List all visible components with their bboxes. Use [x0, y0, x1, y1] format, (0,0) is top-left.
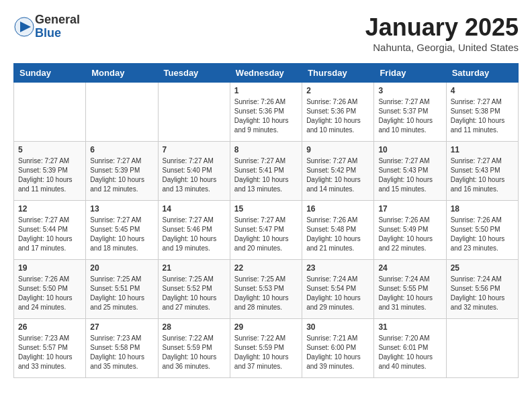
day-info: Sunrise: 7:25 AM Sunset: 5:53 PM Dayligh… — [234, 275, 298, 312]
location: Nahunta, Georgia, United States — [365, 42, 519, 53]
day-info: Sunrise: 7:26 AM Sunset: 5:49 PM Dayligh… — [378, 216, 441, 253]
table-row: 3Sunrise: 7:27 AM Sunset: 5:37 PM Daylig… — [374, 83, 446, 142]
table-row: 5Sunrise: 7:27 AM Sunset: 5:39 PM Daylig… — [14, 142, 86, 201]
calendar-week-row: 5Sunrise: 7:27 AM Sunset: 5:39 PM Daylig… — [14, 142, 519, 201]
table-row: 30Sunrise: 7:21 AM Sunset: 6:00 PM Dayli… — [302, 319, 374, 378]
table-row: 10Sunrise: 7:27 AM Sunset: 5:43 PM Dayli… — [374, 142, 446, 201]
day-info: Sunrise: 7:27 AM Sunset: 5:39 PM Dayligh… — [18, 156, 81, 194]
day-info: Sunrise: 7:27 AM Sunset: 5:43 PM Dayligh… — [378, 156, 441, 194]
table-row: 9Sunrise: 7:27 AM Sunset: 5:42 PM Daylig… — [302, 142, 374, 201]
day-info: Sunrise: 7:25 AM Sunset: 5:51 PM Dayligh… — [90, 275, 153, 312]
day-number: 5 — [18, 145, 81, 154]
day-number: 4 — [451, 86, 514, 95]
day-info: Sunrise: 7:27 AM Sunset: 5:39 PM Dayligh… — [90, 156, 153, 194]
header-saturday: Saturday — [446, 64, 518, 83]
table-row: 19Sunrise: 7:26 AM Sunset: 5:50 PM Dayli… — [14, 260, 86, 319]
day-number: 19 — [18, 263, 81, 273]
table-row: 18Sunrise: 7:26 AM Sunset: 5:50 PM Dayli… — [446, 201, 518, 260]
calendar-week-row: 1Sunrise: 7:26 AM Sunset: 5:36 PM Daylig… — [14, 83, 519, 142]
logo-blue-text: Blue — [35, 27, 80, 40]
header-thursday: Thursday — [302, 64, 374, 83]
day-number: 16 — [306, 204, 369, 214]
day-number: 10 — [378, 145, 441, 154]
day-info: Sunrise: 7:25 AM Sunset: 5:52 PM Dayligh… — [163, 275, 226, 312]
day-info: Sunrise: 7:27 AM Sunset: 5:44 PM Dayligh… — [18, 216, 81, 253]
table-row: 4Sunrise: 7:27 AM Sunset: 5:38 PM Daylig… — [446, 83, 518, 142]
table-row: 17Sunrise: 7:26 AM Sunset: 5:49 PM Dayli… — [374, 201, 446, 260]
table-row: 20Sunrise: 7:25 AM Sunset: 5:51 PM Dayli… — [86, 260, 158, 319]
day-info: Sunrise: 7:24 AM Sunset: 5:54 PM Dayligh… — [306, 275, 369, 312]
day-number: 14 — [163, 204, 226, 214]
day-number: 26 — [18, 322, 81, 332]
table-row: 11Sunrise: 7:27 AM Sunset: 5:43 PM Dayli… — [446, 142, 518, 201]
table-row: 31Sunrise: 7:20 AM Sunset: 6:01 PM Dayli… — [374, 319, 446, 378]
day-info: Sunrise: 7:27 AM Sunset: 5:37 PM Dayligh… — [378, 97, 441, 135]
day-info: Sunrise: 7:26 AM Sunset: 5:50 PM Dayligh… — [451, 216, 514, 253]
calendar-week-row: 19Sunrise: 7:26 AM Sunset: 5:50 PM Dayli… — [14, 260, 519, 319]
header-friday: Friday — [374, 64, 446, 83]
table-row: 25Sunrise: 7:24 AM Sunset: 5:56 PM Dayli… — [446, 260, 518, 319]
table-row: 14Sunrise: 7:27 AM Sunset: 5:46 PM Dayli… — [158, 201, 230, 260]
day-number: 21 — [163, 263, 226, 273]
day-number: 17 — [378, 204, 441, 214]
page-header: General Blue January 2025 Nahunta, Georg… — [13, 13, 519, 53]
day-info: Sunrise: 7:20 AM Sunset: 6:01 PM Dayligh… — [378, 334, 441, 371]
day-number: 29 — [234, 322, 298, 332]
day-number: 2 — [306, 86, 369, 95]
day-info: Sunrise: 7:24 AM Sunset: 5:55 PM Dayligh… — [378, 275, 441, 312]
day-info: Sunrise: 7:27 AM Sunset: 5:47 PM Dayligh… — [234, 216, 298, 253]
weekday-header-row: Sunday Monday Tuesday Wednesday Thursday… — [14, 64, 519, 83]
day-number: 3 — [378, 86, 441, 95]
day-info: Sunrise: 7:27 AM Sunset: 5:46 PM Dayligh… — [163, 216, 226, 253]
table-row: 15Sunrise: 7:27 AM Sunset: 5:47 PM Dayli… — [230, 201, 302, 260]
day-number: 9 — [306, 145, 369, 154]
day-number: 31 — [378, 322, 441, 332]
day-info: Sunrise: 7:27 AM Sunset: 5:38 PM Dayligh… — [451, 97, 514, 135]
day-info: Sunrise: 7:23 AM Sunset: 5:57 PM Dayligh… — [18, 334, 81, 371]
day-info: Sunrise: 7:27 AM Sunset: 5:45 PM Dayligh… — [90, 216, 153, 253]
header-monday: Monday — [86, 64, 158, 83]
table-row: 24Sunrise: 7:24 AM Sunset: 5:55 PM Dayli… — [374, 260, 446, 319]
table-row: 27Sunrise: 7:23 AM Sunset: 5:58 PM Dayli… — [86, 319, 158, 378]
day-number: 20 — [90, 263, 153, 273]
calendar-table: Sunday Monday Tuesday Wednesday Thursday… — [13, 63, 519, 378]
table-row: 12Sunrise: 7:27 AM Sunset: 5:44 PM Dayli… — [14, 201, 86, 260]
day-number: 12 — [18, 204, 81, 214]
day-info: Sunrise: 7:21 AM Sunset: 6:00 PM Dayligh… — [306, 334, 369, 371]
day-number: 28 — [163, 322, 226, 332]
day-number: 1 — [234, 86, 298, 95]
header-wednesday: Wednesday — [230, 64, 302, 83]
day-number: 7 — [163, 145, 226, 154]
day-info: Sunrise: 7:22 AM Sunset: 5:59 PM Dayligh… — [163, 334, 226, 371]
day-info: Sunrise: 7:22 AM Sunset: 5:59 PM Dayligh… — [234, 334, 298, 371]
table-row: 22Sunrise: 7:25 AM Sunset: 5:53 PM Dayli… — [230, 260, 302, 319]
logo: General Blue — [13, 13, 80, 40]
table-row: 21Sunrise: 7:25 AM Sunset: 5:52 PM Dayli… — [158, 260, 230, 319]
month-title: January 2025 — [365, 13, 519, 42]
day-number: 6 — [90, 145, 153, 154]
table-row: 16Sunrise: 7:26 AM Sunset: 5:48 PM Dayli… — [302, 201, 374, 260]
day-number: 15 — [234, 204, 298, 214]
day-number: 25 — [451, 263, 514, 273]
title-section: January 2025 Nahunta, Georgia, United St… — [365, 13, 519, 53]
day-number: 13 — [90, 204, 153, 214]
table-row: 8Sunrise: 7:27 AM Sunset: 5:41 PM Daylig… — [230, 142, 302, 201]
day-number: 8 — [234, 145, 298, 154]
day-info: Sunrise: 7:26 AM Sunset: 5:48 PM Dayligh… — [306, 216, 369, 253]
day-number: 30 — [306, 322, 369, 332]
day-info: Sunrise: 7:24 AM Sunset: 5:56 PM Dayligh… — [451, 275, 514, 312]
logo-general-text: General — [35, 13, 80, 27]
day-number: 11 — [451, 145, 514, 154]
table-row: 23Sunrise: 7:24 AM Sunset: 5:54 PM Dayli… — [302, 260, 374, 319]
day-number: 22 — [234, 263, 298, 273]
day-info: Sunrise: 7:27 AM Sunset: 5:42 PM Dayligh… — [306, 156, 369, 194]
table-row: 28Sunrise: 7:22 AM Sunset: 5:59 PM Dayli… — [158, 319, 230, 378]
table-row — [446, 319, 518, 378]
day-info: Sunrise: 7:26 AM Sunset: 5:36 PM Dayligh… — [306, 97, 369, 135]
table-row: 1Sunrise: 7:26 AM Sunset: 5:36 PM Daylig… — [230, 83, 302, 142]
table-row: 6Sunrise: 7:27 AM Sunset: 5:39 PM Daylig… — [86, 142, 158, 201]
table-row: 29Sunrise: 7:22 AM Sunset: 5:59 PM Dayli… — [230, 319, 302, 378]
table-row: 13Sunrise: 7:27 AM Sunset: 5:45 PM Dayli… — [86, 201, 158, 260]
day-info: Sunrise: 7:26 AM Sunset: 5:50 PM Dayligh… — [18, 275, 81, 312]
table-row — [86, 83, 158, 142]
